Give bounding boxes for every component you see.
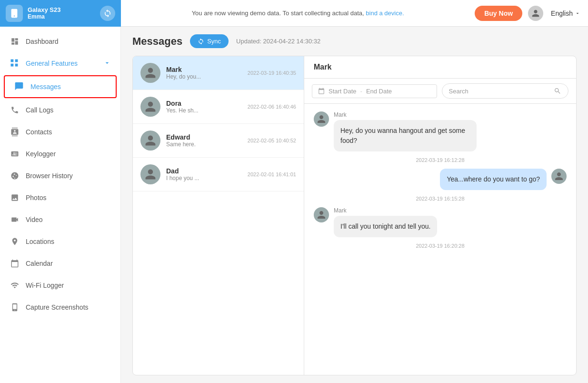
- device-icon: [6, 5, 23, 22]
- msg-time-3: 2022-03-19 16:20:28: [314, 243, 567, 249]
- language-selector[interactable]: English: [551, 10, 580, 17]
- chevron-down-icon: [103, 59, 111, 68]
- sidebar-label-contacts: Contacts: [26, 128, 52, 136]
- message-2: Yea...where do you want to go?: [314, 169, 567, 190]
- msg-avatar-mark-1: [314, 111, 329, 127]
- buy-now-button[interactable]: Buy Now: [475, 6, 522, 21]
- msg-time-2: 2022-03-19 16:15:28: [314, 196, 567, 202]
- conversation-item-edward[interactable]: Edward Same here. 2022-02-05 10:40:52: [133, 124, 304, 158]
- msg-content-1: Mark Hey, do you wanna hangout and get s…: [334, 111, 477, 151]
- avatar-mark: [140, 63, 160, 83]
- general-features-icon: [10, 58, 20, 69]
- screenshot-icon: [10, 302, 20, 312]
- sidebar-item-browser-history[interactable]: Browser History: [0, 165, 120, 187]
- conversation-item-mark[interactable]: Mark Hey, do you... 2022-03-19 16:40:35: [133, 56, 304, 90]
- conv-info-dora: Dora Yes. He sh...: [166, 100, 244, 114]
- sidebar-item-keylogger[interactable]: Keylogger: [0, 143, 120, 165]
- conv-time-dad: 2022-02-01 16:41:01: [248, 171, 296, 177]
- device-name: Galaxy S23: [28, 6, 60, 13]
- calendar-icon: [10, 258, 20, 269]
- sidebar-general-features[interactable]: General Features: [0, 52, 120, 74]
- browser-history-icon: [10, 171, 20, 181]
- sidebar-label-capture-screenshots: Capture Screenshots: [26, 303, 89, 311]
- sidebar-item-locations[interactable]: Locations: [0, 231, 120, 252]
- msg-bubble-2: Yea...where do you want to go?: [440, 169, 547, 190]
- bind-device-link[interactable]: bind a device.: [366, 10, 404, 17]
- device-info: Galaxy S23 Emma: [28, 6, 60, 20]
- start-date-placeholder: Start Date: [329, 88, 357, 95]
- msg-avatar-mark-3: [314, 207, 329, 222]
- chat-search-filter[interactable]: Search: [442, 83, 569, 99]
- content-area: Messages Sync Updated: 2024-04-22 14:30:…: [121, 27, 588, 383]
- sidebar-label-calendar: Calendar: [26, 260, 53, 267]
- sidebar-item-calendar[interactable]: Calendar: [0, 252, 120, 274]
- sidebar-label-locations: Locations: [26, 238, 54, 245]
- message-1: Mark Hey, do you wanna hangout and get s…: [314, 111, 567, 151]
- sidebar-item-video[interactable]: Video: [0, 209, 120, 231]
- sidebar-item-capture-screenshots[interactable]: Capture Screenshots: [0, 296, 120, 318]
- chat-messages: Mark Hey, do you wanna hangout and get s…: [304, 104, 576, 375]
- page-title: Messages: [132, 35, 182, 48]
- sidebar-label-video: Video: [26, 216, 43, 223]
- sync-label: Sync: [207, 38, 221, 45]
- sidebar: Dashboard General Features Messages: [0, 27, 121, 383]
- demo-banner: You are now viewing demo data. To start …: [121, 10, 475, 17]
- sidebar-item-photos[interactable]: Photos: [0, 187, 120, 209]
- conv-name-dad: Dad: [166, 167, 244, 175]
- sidebar-label-photos: Photos: [26, 194, 47, 202]
- search-label: Search: [449, 88, 468, 95]
- messages-layout: Mark Hey, do you... 2022-03-19 16:40:35 …: [132, 56, 577, 375]
- video-icon: [10, 214, 20, 225]
- msg-sender-1: Mark: [334, 111, 477, 118]
- switch-device-icon[interactable]: [100, 6, 115, 21]
- msg-time-1: 2022-03-19 16:12:28: [314, 157, 567, 163]
- sidebar-label-dashboard: Dashboard: [26, 38, 59, 45]
- locations-icon: [10, 236, 20, 247]
- msg-content-3: Mark I'll call you tonight and tell you.: [334, 207, 437, 237]
- photos-icon: [10, 192, 20, 203]
- wifi-icon: [10, 280, 20, 291]
- chat-filters: Start Date - End Date Search: [304, 79, 576, 104]
- date-filter[interactable]: Start Date - End Date: [312, 84, 437, 98]
- conv-name-mark: Mark: [166, 66, 244, 73]
- msg-bubble-1: Hey, do you wanna hangout and get some f…: [334, 120, 477, 151]
- sidebar-item-contacts[interactable]: Contacts: [0, 121, 120, 143]
- sidebar-item-messages[interactable]: Messages: [4, 75, 117, 98]
- sidebar-item-wifi-logger[interactable]: Wi-Fi Logger: [0, 274, 120, 296]
- msg-content-2: Yea...where do you want to go?: [440, 169, 547, 190]
- language-label: English: [551, 10, 573, 17]
- messages-icon: [14, 81, 25, 92]
- user-avatar-icon[interactable]: [528, 6, 543, 21]
- contacts-icon: [10, 127, 20, 137]
- updated-text: Updated: 2024-04-22 14:30:32: [236, 38, 320, 45]
- sidebar-item-call-logs[interactable]: Call Logs: [0, 99, 120, 121]
- message-3: Mark I'll call you tonight and tell you.: [314, 207, 567, 237]
- msg-avatar-sent: [551, 169, 567, 184]
- main-layout: Dashboard General Features Messages: [0, 27, 588, 383]
- sidebar-label-call-logs: Call Logs: [26, 106, 53, 114]
- conversations-list: Mark Hey, do you... 2022-03-19 16:40:35 …: [133, 56, 304, 375]
- sync-button[interactable]: Sync: [190, 34, 229, 48]
- conv-name-edward: Edward: [166, 133, 244, 141]
- svg-point-1: [14, 15, 15, 16]
- conv-info-edward: Edward Same here.: [166, 133, 244, 148]
- dashboard-icon: [10, 36, 20, 47]
- call-logs-icon: [10, 105, 20, 115]
- conversation-item-dora[interactable]: Dora Yes. He sh... 2022-02-06 16:40:46: [133, 90, 304, 124]
- chat-contact-name: Mark: [304, 56, 576, 79]
- conv-info-dad: Dad I hope you ...: [166, 167, 244, 181]
- svg-rect-3: [15, 60, 18, 62]
- top-bar: Galaxy S23 Emma You are now viewing demo…: [0, 0, 588, 27]
- conv-time-mark: 2022-03-19 16:40:35: [248, 70, 296, 76]
- msg-bubble-3: I'll call you tonight and tell you.: [334, 216, 437, 237]
- keylogger-icon: [10, 149, 20, 159]
- chat-panel: Mark Start Date - End Date Search: [304, 56, 576, 375]
- msg-sender-3: Mark: [334, 207, 437, 214]
- conversation-item-dad[interactable]: Dad I hope you ... 2022-02-01 16:41:01: [133, 158, 304, 192]
- sidebar-item-dashboard[interactable]: Dashboard: [0, 30, 120, 52]
- conv-info-mark: Mark Hey, do you...: [166, 66, 244, 80]
- svg-rect-5: [15, 64, 18, 67]
- sidebar-label-keylogger: Keylogger: [26, 150, 56, 158]
- sidebar-label-wifi-logger: Wi-Fi Logger: [26, 282, 64, 289]
- device-user: Emma: [28, 13, 60, 20]
